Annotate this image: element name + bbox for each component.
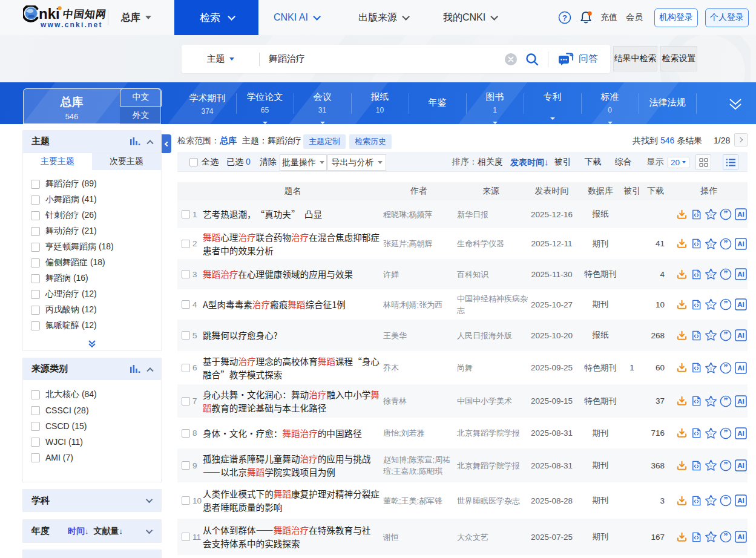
svg-text:中国知网: 中国知网 [62,8,108,20]
svg-text:”: ” [724,300,728,309]
svg-text:”: ” [724,363,728,372]
svg-text:AI: AI [737,364,744,372]
svg-text:”: ” [724,238,728,248]
svg-text:”: ” [724,209,728,218]
svg-text:nki: nki [39,5,60,22]
svg-text:www.cnki.net: www.cnki.net [40,21,103,29]
svg-text:”: ” [724,269,728,278]
svg-text:”: ” [724,330,728,340]
svg-text:”: ” [724,396,728,405]
svg-text:AI: AI [737,430,744,437]
svg-text:AI: AI [737,332,744,339]
svg-text:”: ” [724,428,728,437]
svg-text:AI: AI [737,497,744,504]
svg-text:AI: AI [737,211,744,218]
svg-text:AI: AI [737,398,744,405]
svg-text:AI: AI [737,271,744,278]
svg-text:”: ” [724,496,728,505]
svg-text:”: ” [724,461,728,470]
svg-text:AI: AI [737,240,744,248]
svg-text:AI: AI [737,462,744,469]
svg-text:?: ? [562,13,567,22]
svg-text:AI: AI [737,533,744,540]
svg-text:AI: AI [737,301,744,308]
svg-text:”: ” [724,532,728,541]
